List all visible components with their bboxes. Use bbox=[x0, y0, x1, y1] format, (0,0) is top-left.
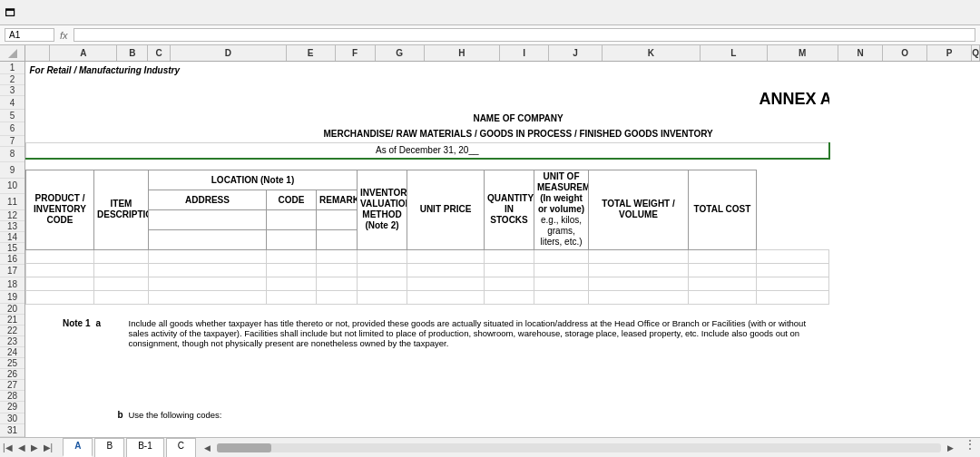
data-row12-g[interactable] bbox=[358, 249, 407, 263]
data-row13-f[interactable] bbox=[317, 263, 358, 277]
data-row13-i[interactable] bbox=[485, 263, 534, 277]
data-row13-k[interactable] bbox=[589, 263, 689, 277]
data-row12-a[interactable] bbox=[26, 249, 94, 263]
data-row15-m[interactable] bbox=[757, 290, 829, 304]
data-row14-a[interactable] bbox=[26, 277, 94, 290]
col-header-L[interactable]: L bbox=[701, 45, 768, 61]
row-num-31[interactable]: 31 bbox=[0, 424, 24, 437]
col-header-Q[interactable]: Q bbox=[972, 45, 980, 61]
col-header-C[interactable]: C bbox=[148, 45, 171, 61]
row-num-30[interactable]: 30 bbox=[0, 413, 24, 424]
row-num-19[interactable]: 19 bbox=[0, 291, 24, 304]
data-row13-bc[interactable] bbox=[94, 263, 149, 277]
row-num-11[interactable]: 11 bbox=[0, 194, 24, 210]
row-num-13[interactable]: 13 bbox=[0, 221, 24, 232]
data-row12-l[interactable] bbox=[689, 249, 757, 263]
data-row15-e[interactable] bbox=[267, 290, 317, 304]
data-row12-m[interactable] bbox=[757, 249, 829, 263]
row-num-9[interactable]: 9 bbox=[0, 162, 24, 179]
data-row15-f[interactable] bbox=[317, 290, 358, 304]
row-num-1[interactable]: 1 bbox=[0, 62, 24, 74]
row-num-21[interactable]: 21 bbox=[0, 315, 24, 326]
data-row13-g[interactable] bbox=[358, 263, 407, 277]
row-num-18[interactable]: 18 bbox=[0, 277, 24, 290]
row-num-3[interactable]: 3 bbox=[0, 85, 24, 96]
data-row14-d[interactable] bbox=[149, 277, 267, 290]
data-row14-m[interactable] bbox=[757, 277, 829, 290]
data-row13-d[interactable] bbox=[149, 263, 267, 277]
row-num-14[interactable]: 14 bbox=[0, 232, 24, 243]
col-header-O[interactable]: O bbox=[883, 45, 927, 61]
tab-first-arrow[interactable]: |◀ bbox=[0, 442, 15, 452]
scroll-left-arrow[interactable]: ◀ bbox=[201, 443, 213, 452]
tab-A[interactable]: A bbox=[63, 438, 93, 457]
data-row15-i[interactable] bbox=[485, 290, 534, 304]
row-num-15[interactable]: 15 bbox=[0, 243, 24, 254]
data-row15-bc[interactable] bbox=[94, 290, 149, 304]
data-row12-j[interactable] bbox=[534, 249, 589, 263]
data-row15-l[interactable] bbox=[689, 290, 757, 304]
row-num-26[interactable]: 26 bbox=[0, 369, 24, 380]
row-num-7[interactable]: 7 bbox=[0, 136, 24, 147]
col-header-D[interactable]: D bbox=[171, 45, 287, 61]
row-num-6[interactable]: 6 bbox=[0, 122, 24, 135]
tab-B[interactable]: B bbox=[94, 438, 124, 457]
row-num-17[interactable]: 17 bbox=[0, 265, 24, 277]
row-num-22[interactable]: 22 bbox=[0, 326, 24, 336]
col-header-A[interactable]: A bbox=[50, 45, 117, 61]
tab-next-arrow[interactable]: ▶ bbox=[28, 442, 41, 452]
col-header-E[interactable]: E bbox=[287, 45, 336, 61]
col-header-J[interactable]: J bbox=[549, 45, 603, 61]
data-row12-k[interactable] bbox=[589, 249, 689, 263]
row-num-27[interactable]: 27 bbox=[0, 380, 24, 391]
row-num-23[interactable]: 23 bbox=[0, 336, 24, 347]
row-num-25[interactable]: 25 bbox=[0, 358, 24, 369]
tab-B1[interactable]: B-1 bbox=[126, 438, 164, 457]
row-num-12[interactable]: 12 bbox=[0, 210, 24, 221]
row-num-8[interactable]: 8 bbox=[0, 147, 24, 163]
data-row12-e[interactable] bbox=[267, 249, 317, 263]
row-num-20[interactable]: 20 bbox=[0, 304, 24, 315]
data-row12-bc[interactable] bbox=[94, 249, 149, 263]
data-row12-f[interactable] bbox=[317, 249, 358, 263]
tab-prev-arrow[interactable]: ◀ bbox=[15, 442, 28, 452]
row-num-2[interactable]: 2 bbox=[0, 74, 24, 85]
col-header-B[interactable]: B bbox=[117, 45, 148, 61]
col-header-F[interactable]: F bbox=[336, 45, 376, 61]
data-row13-j[interactable] bbox=[534, 263, 589, 277]
dots-menu[interactable]: ⋮ bbox=[960, 438, 980, 457]
name-box[interactable] bbox=[5, 28, 54, 42]
data-row15-d[interactable] bbox=[149, 290, 267, 304]
scrollbar-thumb[interactable] bbox=[217, 443, 271, 452]
row-num-29[interactable]: 29 bbox=[0, 402, 24, 413]
data-row15-g[interactable] bbox=[358, 290, 407, 304]
data-row14-j[interactable] bbox=[534, 277, 589, 290]
data-row14-e[interactable] bbox=[267, 277, 317, 290]
data-row13-h[interactable] bbox=[407, 263, 485, 277]
col-header-K[interactable]: K bbox=[603, 45, 701, 61]
tab-C[interactable]: C bbox=[166, 438, 196, 457]
scroll-right-arrow[interactable]: ▶ bbox=[945, 443, 956, 452]
tab-last-arrow[interactable]: ▶| bbox=[41, 442, 56, 452]
col-header-M[interactable]: M bbox=[768, 45, 839, 61]
data-row14-g[interactable] bbox=[358, 277, 407, 290]
scrollbar-track[interactable] bbox=[217, 443, 941, 452]
col-header-N[interactable]: N bbox=[838, 45, 883, 61]
col-header-H[interactable]: H bbox=[425, 45, 500, 61]
data-row13-l[interactable] bbox=[689, 263, 757, 277]
data-row14-k[interactable] bbox=[589, 277, 689, 290]
col-header-P[interactable]: P bbox=[927, 45, 972, 61]
data-row14-i[interactable] bbox=[485, 277, 534, 290]
row-num-4[interactable]: 4 bbox=[0, 96, 24, 109]
data-row13-a[interactable] bbox=[26, 263, 94, 277]
row-num-5[interactable]: 5 bbox=[0, 110, 24, 122]
data-row12-d[interactable] bbox=[149, 249, 267, 263]
formula-input[interactable] bbox=[74, 28, 975, 42]
data-row15-k[interactable] bbox=[589, 290, 689, 304]
col-header-I[interactable]: I bbox=[500, 45, 549, 61]
row-num-10[interactable]: 10 bbox=[0, 179, 24, 195]
row-num-16[interactable]: 16 bbox=[0, 254, 24, 265]
data-row15-j[interactable] bbox=[534, 290, 589, 304]
data-row13-m[interactable] bbox=[757, 263, 829, 277]
row-num-28[interactable]: 28 bbox=[0, 391, 24, 402]
